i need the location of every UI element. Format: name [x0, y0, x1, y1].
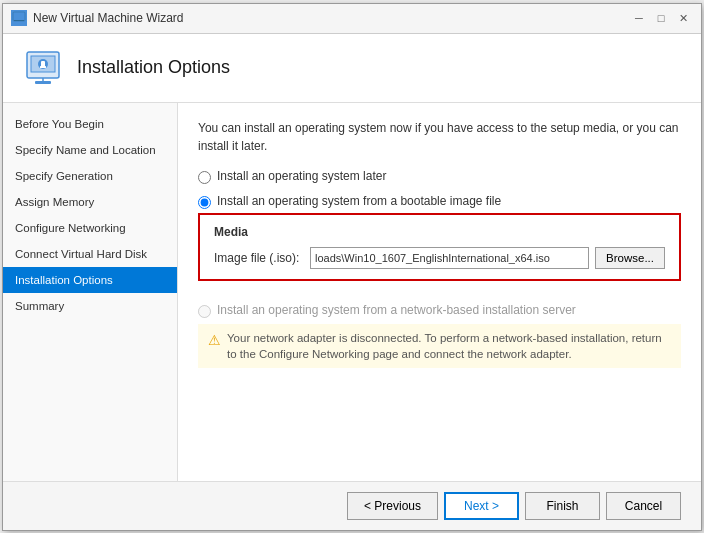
bootable-option-container: Install an operating system from a boota… — [198, 194, 681, 281]
sidebar-item-specify-generation[interactable]: Specify Generation — [3, 163, 177, 189]
svg-rect-0 — [13, 12, 25, 21]
page-header: Installation Options — [3, 34, 701, 103]
option-install-later: Install an operating system later — [198, 169, 681, 184]
browse-button[interactable]: Browse... — [595, 247, 665, 269]
wizard-window: New Virtual Machine Wizard ─ □ ✕ Install… — [2, 3, 702, 531]
image-file-row: Image file (.iso): Browse... — [214, 247, 665, 269]
page-title: Installation Options — [77, 57, 230, 78]
content-area: You can install an operating system now … — [178, 103, 701, 481]
svg-rect-1 — [15, 22, 23, 24]
window-controls: ─ □ ✕ — [629, 9, 693, 27]
wizard-footer: < Previous Next > Finish Cancel — [3, 481, 701, 530]
cancel-button[interactable]: Cancel — [606, 492, 681, 520]
svg-rect-2 — [14, 20, 24, 21]
sidebar-item-installation-options[interactable]: Installation Options — [3, 267, 177, 293]
sidebar: Before You Begin Specify Name and Locati… — [3, 103, 178, 481]
warning-icon: ⚠ — [208, 331, 221, 362]
label-network-install: Install an operating system from a netwo… — [217, 303, 576, 317]
maximize-button[interactable]: □ — [651, 9, 671, 27]
app-icon — [11, 10, 27, 26]
image-file-label: Image file (.iso): — [214, 251, 304, 265]
warning-box: ⚠ Your network adapter is disconnected. … — [198, 324, 681, 368]
sidebar-item-connect-vhd[interactable]: Connect Virtual Hard Disk — [3, 241, 177, 267]
wizard-body: Before You Begin Specify Name and Locati… — [3, 103, 701, 481]
radio-install-later[interactable] — [198, 171, 211, 184]
sidebar-item-specify-name[interactable]: Specify Name and Location — [3, 137, 177, 163]
minimize-button[interactable]: ─ — [629, 9, 649, 27]
radio-bootable-image[interactable] — [198, 196, 211, 209]
label-bootable-image: Install an operating system from a boota… — [217, 194, 501, 208]
header-icon — [23, 48, 63, 88]
installation-options-group: Install an operating system later Instal… — [198, 169, 681, 368]
window-title: New Virtual Machine Wizard — [33, 11, 629, 25]
image-file-input[interactable] — [310, 247, 589, 269]
svg-rect-10 — [40, 66, 46, 68]
description-text: You can install an operating system now … — [198, 119, 681, 155]
finish-button[interactable]: Finish — [525, 492, 600, 520]
svg-rect-7 — [35, 81, 51, 84]
label-install-later: Install an operating system later — [217, 169, 386, 183]
sidebar-item-before-you-begin[interactable]: Before You Begin — [3, 111, 177, 137]
network-option-section: Install an operating system from a netwo… — [198, 303, 681, 368]
sidebar-item-summary[interactable]: Summary — [3, 293, 177, 319]
close-button[interactable]: ✕ — [673, 9, 693, 27]
previous-button[interactable]: < Previous — [347, 492, 438, 520]
media-label: Media — [214, 225, 665, 239]
radio-network-install[interactable] — [198, 305, 211, 318]
sidebar-item-assign-memory[interactable]: Assign Memory — [3, 189, 177, 215]
option-bootable-image: Install an operating system from a boota… — [198, 194, 681, 209]
titlebar: New Virtual Machine Wizard ─ □ ✕ — [3, 4, 701, 34]
next-button[interactable]: Next > — [444, 492, 519, 520]
sidebar-item-configure-networking[interactable]: Configure Networking — [3, 215, 177, 241]
warning-text: Your network adapter is disconnected. To… — [227, 330, 671, 362]
option-network-install: Install an operating system from a netwo… — [198, 303, 681, 318]
bootable-image-box: Media Image file (.iso): Browse... — [198, 213, 681, 281]
media-section: Image file (.iso): Browse... — [214, 247, 665, 269]
